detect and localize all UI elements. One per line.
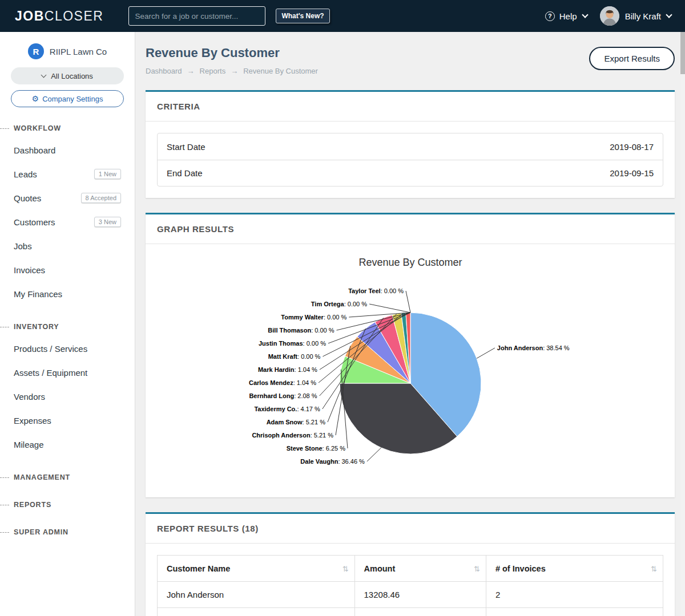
sidebar-item-label: Customers — [14, 217, 55, 227]
sidebar: R RIIPL Lawn Co All Locations ⚙ Company … — [0, 32, 135, 616]
sidebar-item-leads[interactable]: Leads1 New — [0, 162, 135, 186]
sidebar-item-mileage[interactable]: Mileage — [0, 432, 135, 456]
logo-text-bold: JOB — [15, 9, 45, 23]
pie-label: Carlos Mendez: 1.04 % — [249, 379, 316, 386]
sidebar-section-inventory[interactable]: INVENTORY — [0, 321, 135, 333]
sidebar-item-badge: 1 New — [94, 169, 121, 179]
sidebar-section-management[interactable]: MANAGEMENT — [0, 471, 135, 484]
pie-label-connector — [369, 304, 410, 313]
sidebar-item-badge: 3 New — [94, 217, 121, 227]
report-results-body: Customer Name⇅Amount⇅# of Invoices⇅ John… — [146, 544, 675, 616]
pie-label: Taxidermy Co.: 4.17 % — [254, 406, 320, 412]
column-header-customer-name[interactable]: Customer Name⇅ — [158, 556, 355, 582]
pie-label-connector — [406, 291, 410, 313]
criteria-value: 2019-08-17 — [610, 142, 654, 152]
table-cell: Dale Vaughn — [158, 608, 355, 616]
help-menu[interactable]: Help — [559, 11, 577, 21]
chart-container: Revenue By CustomerTaylor Teel: 0.00 %Ti… — [146, 244, 675, 497]
sidebar-item-quotes[interactable]: Quotes8 Accepted — [0, 186, 135, 210]
help-icon: ? — [545, 11, 555, 21]
sidebar-section-super-admin[interactable]: SUPER ADMIN — [0, 526, 135, 538]
user-menu[interactable]: Billy Kraft — [625, 11, 661, 21]
logo-text-light: CLOSER — [45, 9, 104, 23]
report-table: Customer Name⇅Amount⇅# of Invoices⇅ John… — [157, 555, 663, 616]
sidebar-item-invoices[interactable]: Invoices — [0, 258, 135, 282]
report-results-title: REPORT RESULTS (18) — [146, 514, 675, 544]
export-results-button[interactable]: Export Results — [589, 47, 675, 70]
pie-label: Tim Ortega: 0.00 % — [311, 301, 366, 307]
sidebar-item-label: Quotes — [14, 193, 41, 203]
sidebar-item-label: Dashboard — [14, 145, 55, 155]
criteria-row: End Date2019-09-15 — [158, 160, 663, 186]
sidebar-item-assets-equipment[interactable]: Assets / Equipment — [0, 360, 135, 384]
criteria-rows: Start Date2019-08-17End Date2019-09-15 — [157, 133, 663, 187]
sidebar-item-label: My Finances — [14, 289, 62, 299]
company-settings-label: Company Settings — [42, 95, 103, 103]
sidebar-item-dashboard[interactable]: Dashboard — [0, 138, 135, 162]
pie-label: Chrisoph Anderson: 5.21 % — [252, 432, 333, 439]
page-scrollbar[interactable] — [680, 32, 685, 616]
column-header-of-invoices[interactable]: # of Invoices⇅ — [486, 556, 663, 582]
report-table-body: John Anderson13208.462Dale Vaughn12529.8… — [158, 582, 663, 616]
sidebar-item-label: Expenses — [14, 416, 51, 425]
sidebar-item-jobs[interactable]: Jobs — [0, 234, 135, 258]
breadcrumb-item[interactable]: Dashboard — [146, 67, 182, 75]
sidebar-item-label: Vendors — [14, 392, 45, 402]
graph-results-title: GRAPH RESULTS — [146, 214, 675, 244]
pie-label: Justin Thomas: 0.00 % — [258, 340, 325, 347]
pie-label: Taylor Teel: 0.00 % — [348, 287, 404, 294]
app-logo[interactable]: JOBCLOSER — [15, 9, 103, 24]
table-row[interactable]: John Anderson13208.462 — [158, 582, 663, 608]
page-title: Revenue By Customer — [146, 46, 318, 60]
whats-new-button[interactable]: What's New? — [276, 9, 329, 23]
company-settings-button[interactable]: ⚙ Company Settings — [11, 90, 124, 107]
scrollbar-thumb[interactable] — [680, 32, 685, 74]
page-header: Revenue By Customer Dashboard→Reports→Re… — [146, 46, 675, 75]
top-bar: JOBCLOSER What's New? ? Help Billy Kraft — [0, 0, 685, 32]
sidebar-item-label: Jobs — [14, 241, 32, 251]
criteria-label: Start Date — [167, 142, 206, 152]
sort-icon[interactable]: ⇅ — [474, 564, 480, 573]
sidebar-item-products-services[interactable]: Products / Services — [0, 337, 135, 360]
company-name: RIIPL Lawn Co — [50, 47, 107, 56]
breadcrumb-item: Revenue By Customer — [243, 67, 318, 75]
sort-icon[interactable]: ⇅ — [651, 564, 657, 573]
sidebar-item-customers[interactable]: Customers3 New — [0, 210, 135, 234]
avatar-image — [600, 6, 619, 26]
table-cell: 12529.80 — [354, 608, 486, 616]
chevron-down-icon — [582, 11, 588, 18]
table-row[interactable]: Dale Vaughn12529.808 — [158, 608, 663, 616]
search-input[interactable] — [128, 6, 265, 26]
all-locations-dropdown[interactable]: All Locations — [11, 67, 124, 84]
all-locations-label: All Locations — [51, 72, 93, 80]
sort-icon[interactable]: ⇅ — [342, 564, 349, 573]
gear-icon: ⚙ — [32, 95, 39, 103]
column-header-label: Customer Name — [167, 564, 230, 573]
criteria-row: Start Date2019-08-17 — [158, 133, 663, 160]
column-header-label: # of Invoices — [495, 564, 546, 573]
sidebar-section-reports[interactable]: REPORTS — [0, 499, 135, 511]
page-title-block: Revenue By Customer Dashboard→Reports→Re… — [146, 46, 318, 75]
criteria-card-title: CRITERIA — [146, 92, 675, 121]
breadcrumb-item[interactable]: Reports — [200, 67, 226, 75]
sidebar-item-vendors[interactable]: Vendors — [0, 384, 135, 408]
breadcrumb-arrow-icon: → — [231, 67, 238, 75]
sidebar-item-expenses[interactable]: Expenses — [0, 408, 135, 432]
criteria-value: 2019-09-15 — [610, 168, 654, 178]
revenue-pie-chart[interactable]: Revenue By CustomerTaylor Teel: 0.00 %Ti… — [148, 246, 673, 492]
sidebar-section-workflow[interactable]: WORKFLOW — [0, 122, 135, 135]
topbar-right: ? Help Billy Kraft — [545, 6, 675, 26]
sidebar-item-label: Assets / Equipment — [14, 368, 87, 378]
table-cell: 13208.46 — [354, 582, 486, 608]
column-header-amount[interactable]: Amount⇅ — [354, 556, 486, 582]
pie-label-connector — [477, 348, 495, 358]
avatar[interactable] — [600, 6, 619, 26]
chevron-down-icon — [666, 11, 672, 18]
breadcrumb-arrow-icon: → — [187, 67, 195, 75]
pie-label: Bernhard Long: 2.08 % — [249, 392, 317, 399]
table-cell: John Anderson — [158, 582, 355, 608]
sidebar-item-my-finances[interactable]: My Finances — [0, 282, 135, 306]
table-cell: 8 — [486, 608, 663, 616]
company-row[interactable]: R RIIPL Lawn Co — [0, 32, 135, 63]
pie-label: Adam Snow: 5.21 % — [266, 419, 325, 425]
